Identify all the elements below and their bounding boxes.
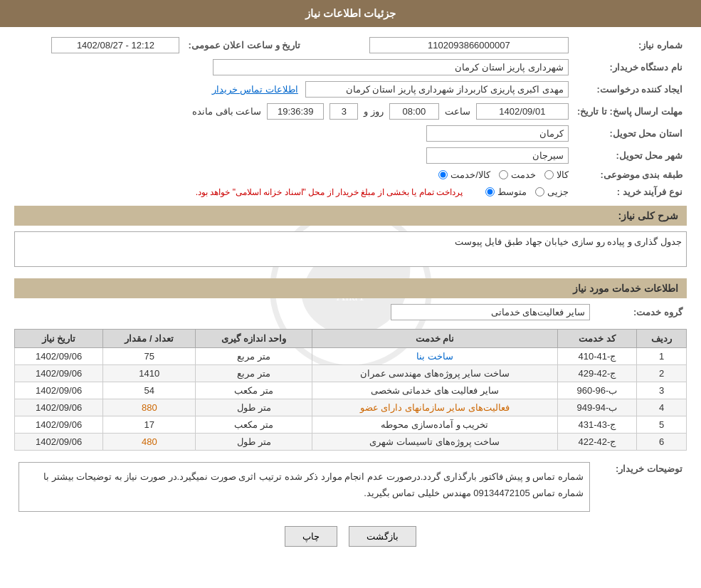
cell-unit: متر مربع	[196, 365, 312, 382]
cell-date: 1402/09/06	[15, 348, 103, 365]
city-label: شهر محل تحویل:	[573, 145, 687, 167]
cell-service-name: ساخت سایر پروژه‌های مهندسی عمران	[312, 365, 557, 382]
category-kala-label: کالا	[557, 169, 569, 180]
print-button[interactable]: چاپ	[285, 526, 337, 547]
col-row-num: ردیف	[637, 330, 687, 348]
description-value: جدول گذاری و پیاده رو سازی خیابان جهاد ط…	[455, 236, 682, 247]
category-kala[interactable]: کالا	[544, 169, 569, 180]
requester-contact-link[interactable]: اطلاعات تماس خریدار	[212, 84, 298, 95]
purchase-jozei-label: جزیی	[547, 187, 569, 197]
requester-label: ایجاد کننده درخواست:	[573, 78, 687, 100]
cell-service-code: ب-96-960	[557, 382, 637, 399]
cell-quantity: 480	[103, 434, 196, 451]
table-row: 4 ب-94-949 فعالیت‌های سایر سازمانهای دار…	[15, 399, 687, 416]
description-section-header: شرح کلی نیاز:	[14, 206, 687, 226]
need-number-label: شماره نیاز:	[573, 34, 687, 56]
cell-date: 1402/09/06	[15, 365, 103, 382]
col-service-name: نام خدمت	[312, 330, 557, 348]
cell-row-num: 4	[637, 399, 687, 416]
buyer-notes-box: شماره تماس و پیش فاکتور بارگذاری گردد.در…	[19, 462, 590, 512]
buyer-notes-label: توضیحات خریدار:	[594, 459, 687, 515]
cell-date: 1402/09/06	[15, 399, 103, 416]
response-time: 08:00	[389, 103, 439, 120]
cell-service-name: سایر فعالیت های خدماتی شخصی	[312, 382, 557, 399]
cell-service-code: ج-41-410	[557, 348, 637, 365]
cell-row-num: 5	[637, 416, 687, 434]
cell-service-code: ب-94-949	[557, 399, 637, 416]
cell-service-code: ج-43-431	[557, 416, 637, 434]
response-days-label: روز و	[364, 106, 384, 117]
col-service-code: کد خدمت	[557, 330, 637, 348]
back-button[interactable]: بازگشت	[349, 526, 416, 547]
cell-unit: متر طول	[196, 434, 312, 451]
page-header: جزئیات اطلاعات نیاز	[0, 0, 701, 27]
purchase-motavasset-label: متوسط	[497, 187, 527, 197]
cell-row-num: 3	[637, 382, 687, 399]
table-row: 3 ب-96-960 سایر فعالیت های خدماتی شخصی م…	[15, 382, 687, 399]
col-unit: واحد اندازه گیری	[196, 330, 312, 348]
col-date: تاریخ نیاز	[15, 330, 103, 348]
services-section-header: اطلاعات خدمات مورد نیاز	[14, 278, 687, 298]
purchase-note-item: پرداخت تمام یا بخشی از مبلغ خریدار از مح…	[196, 186, 463, 197]
cell-quantity: 75	[103, 348, 196, 365]
cell-service-code: ج-42-429	[557, 365, 637, 382]
cell-date: 1402/09/06	[15, 416, 103, 434]
cell-quantity: 1410	[103, 365, 196, 382]
services-table: ردیف کد خدمت نام خدمت واحد اندازه گیری ت…	[14, 329, 687, 451]
table-row: 2 ج-42-429 ساخت سایر پروژه‌های مهندسی عم…	[15, 365, 687, 382]
category-khadamat-label: خدمت	[511, 169, 536, 180]
cell-unit: متر طول	[196, 399, 312, 416]
cell-service-code: ج-42-422	[557, 434, 637, 451]
cell-row-num: 1	[637, 348, 687, 365]
province-value: کرمان	[426, 125, 569, 142]
cell-row-num: 6	[637, 434, 687, 451]
footer-buttons: بازگشت چاپ	[14, 526, 687, 547]
response-date: 1402/09/01	[476, 103, 569, 120]
response-days: 3	[330, 103, 358, 120]
requester-value: مهدی اکبری پاریزی کاربرداز شهرداری پاریز…	[305, 81, 569, 98]
cell-date: 1402/09/06	[15, 382, 103, 399]
cell-service-name: فعالیت‌های سایر سازمانهای دارای عضو	[312, 399, 557, 416]
remaining-time: 19:36:39	[267, 103, 324, 120]
service-group-label: گروه خدمت:	[594, 301, 687, 323]
cell-service-name: ساخت پروژه‌های تاسیسات شهری	[312, 434, 557, 451]
cell-unit: متر مکعب	[196, 382, 312, 399]
service-group-value: سایر فعالیت‌های خدماتی	[391, 304, 590, 320]
cell-quantity: 880	[103, 399, 196, 416]
purchase-note: پرداخت تمام یا بخشی از مبلغ خریدار از مح…	[196, 187, 463, 197]
table-row: 6 ج-42-422 ساخت پروژه‌های تاسیسات شهری م…	[15, 434, 687, 451]
category-khadamat[interactable]: خدمت	[499, 169, 536, 180]
announce-value: 1402/08/27 - 12:12	[51, 37, 179, 53]
need-number-value: 1102093866000007	[369, 37, 569, 53]
purchase-type-label: نوع فرآیند خرید :	[573, 183, 687, 200]
buyer-notes-value: شماره تماس و پیش فاکتور بارگذاری گردد.در…	[43, 471, 584, 498]
category-label: طبقه بندی موضوعی:	[573, 167, 687, 183]
cell-quantity: 17	[103, 416, 196, 434]
category-kala-khadamat[interactable]: کالا/خدمت	[438, 169, 490, 180]
cell-date: 1402/09/06	[15, 434, 103, 451]
cell-service-name: تخریب و آماده‌سازی محوطه	[312, 416, 557, 434]
buyer-name-value: شهرداری پاریز استان کرمان	[213, 59, 569, 75]
purchase-motavasset[interactable]: متوسط	[485, 187, 527, 197]
cell-quantity: 54	[103, 382, 196, 399]
category-kala-khadamat-label: کالا/خدمت	[450, 169, 490, 180]
remaining-label: ساعت باقی مانده	[192, 106, 261, 117]
response-time-label: ساعت	[445, 106, 470, 117]
cell-unit: متر مربع	[196, 348, 312, 365]
cell-service-name: ساخت بنا	[312, 348, 557, 365]
buyer-name-label: نام دستگاه خریدار:	[573, 56, 687, 78]
cell-unit: متر مکعب	[196, 416, 312, 434]
province-label: استان محل تحویل:	[573, 122, 687, 145]
table-row: 5 ج-43-431 تخریب و آماده‌سازی محوطه متر …	[15, 416, 687, 434]
table-row: 1 ج-41-410 ساخت بنا متر مربع 75 1402/09/…	[15, 348, 687, 365]
purchase-jozei[interactable]: جزیی	[535, 187, 569, 197]
cell-row-num: 2	[637, 365, 687, 382]
announce-label: تاریخ و ساعت اعلان عمومی:	[184, 34, 315, 56]
col-quantity: تعداد / مقدار	[103, 330, 196, 348]
description-box: جدول گذاری و پیاده رو سازی خیابان جهاد ط…	[14, 231, 687, 267]
city-value: سیرجان	[426, 147, 569, 164]
deadline-label: مهلت ارسال پاسخ: تا تاریخ:	[573, 100, 687, 122]
page-title: جزئیات اطلاعات نیاز	[305, 7, 396, 19]
